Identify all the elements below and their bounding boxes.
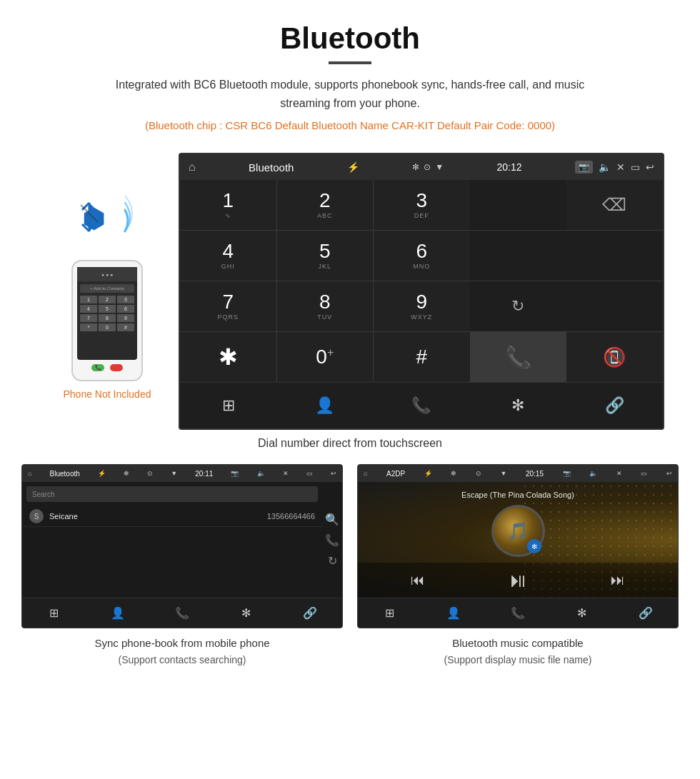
play-pause-btn[interactable]: ⏯ (508, 568, 528, 592)
next-track-btn[interactable]: ⏭ (611, 572, 625, 588)
pb-nav-phone[interactable]: 📞 (150, 598, 214, 628)
music-song-title: Escape (The Pina Colada Song) (461, 491, 574, 499)
bt-status-icon: ✻ (412, 162, 419, 172)
pb-title: Bluetooth (50, 470, 80, 478)
screen-icon[interactable]: ▭ (631, 161, 640, 173)
pb-content: Search S Seicane 13566664466 🔍 📞 ↻ (22, 482, 342, 598)
pb-cam-icon: 📷 (231, 470, 239, 477)
phone-key-5: 5 (99, 305, 116, 313)
back-icon[interactable]: ↩ (646, 161, 654, 173)
nav-link[interactable]: 🔗 (566, 383, 663, 428)
dialpad-side2-col: ⌫ 📵 (566, 180, 663, 382)
phone-key-3: 3 (117, 296, 134, 303)
pb-vol-icon: 🔈 (257, 470, 265, 477)
music-card: ⌂ A2DP ⚡ ✻ ⊙ ▼ 20:15 📷 🔈 ✕ ▭ ↩ Escape (T… (357, 464, 679, 668)
title-underline (329, 61, 371, 64)
phone-key-4: 4 (80, 305, 97, 313)
music-loc-icon: ⊙ (476, 470, 481, 477)
phone-key-9: 9 (117, 314, 134, 322)
bt-specs: (Bluetooth chip : CSR BC6 Default Blueto… (14, 119, 686, 131)
dial-key-star[interactable]: ✱ (180, 332, 276, 382)
prev-track-btn[interactable]: ⏮ (411, 572, 425, 588)
dial-key-5[interactable]: 5 JKL (277, 231, 374, 281)
music-screen-icon: ▭ (641, 470, 647, 477)
dialpad-main: 1 ∿ 2 ABC 3 DEF 4 GHI 5 JKL (180, 180, 470, 382)
dp-redial-cell[interactable]: ↻ (470, 281, 566, 331)
close-icon[interactable]: ✕ (616, 161, 625, 173)
camera-icon[interactable]: 📷 (575, 161, 593, 174)
music-nav-link[interactable]: 🔗 (614, 598, 678, 628)
dp-backspace-cell[interactable]: ⌫ (566, 180, 663, 230)
pb-bottom-nav: ⊞ 👤 📞 ✻ 🔗 (22, 598, 342, 628)
dial-key-3[interactable]: 3 DEF (374, 180, 470, 230)
volume-icon[interactable]: 🔈 (599, 161, 611, 173)
dial-key-0[interactable]: 0+ (277, 332, 374, 382)
phone-screen: ● ● ● + Add to Contacts 1 2 3 4 5 6 7 8 … (77, 267, 137, 360)
dial-key-4[interactable]: 4 GHI (180, 231, 276, 281)
pb-contact-row[interactable]: S Seicane 13566664466 (22, 506, 322, 527)
page-header: Bluetooth Integrated with BC6 Bluetooth … (0, 0, 700, 153)
dial-key-7[interactable]: 7 PQRS (180, 281, 276, 331)
music-bottom-nav: ⊞ 👤 📞 ✻ 🔗 (358, 598, 678, 628)
phone-key-star: * (80, 323, 97, 331)
dial-key-1[interactable]: 1 ∿ (180, 180, 276, 230)
dial-key-2[interactable]: 2 ABC (277, 180, 374, 230)
music-nav-person[interactable]: 👤 (422, 598, 486, 628)
phone-key-0: 0 (99, 323, 116, 331)
pb-search-icon[interactable]: 🔍 (325, 513, 339, 526)
pb-nav-link[interactable]: 🔗 (278, 598, 342, 628)
music-nav-phone[interactable]: 📞 (486, 598, 550, 628)
music-close-icon: ✕ (616, 470, 622, 477)
nav-bluetooth[interactable]: ✻ (470, 383, 566, 428)
car-unit-large: ⌂ Bluetooth ⚡ ✻ ⊙ ▼ 20:12 📷 🔈 ✕ ▭ ↩ (179, 153, 664, 430)
music-nav-dialpad[interactable]: ⊞ (358, 598, 422, 628)
pb-nav-person[interactable]: 👤 (86, 598, 151, 628)
nav-phone[interactable]: 📞 (373, 383, 469, 428)
pb-call-icon[interactable]: 📞 (325, 533, 339, 547)
end-call-icon: 📵 (603, 346, 626, 368)
cu-statusbar: ⌂ Bluetooth ⚡ ✻ ⊙ ▼ 20:12 📷 🔈 ✕ ▭ ↩ (180, 154, 663, 180)
music-statusbar: ⌂ A2DP ⚡ ✻ ⊙ ▼ 20:15 📷 🔈 ✕ ▭ ↩ (358, 465, 678, 482)
nav-contacts[interactable]: 👤 (276, 383, 373, 428)
pb-screen-icon: ▭ (306, 470, 313, 477)
pb-sig-icon: ▼ (171, 470, 177, 477)
music-note-icon: 🎵 (507, 521, 529, 541)
bottom-left-sub-text: (Support contacts searching) (119, 654, 246, 665)
pb-time: 20:11 (195, 470, 213, 478)
pb-nav-dialpad[interactable]: ⊞ (22, 598, 86, 628)
phonebook-unit: ⌂ Bluetooth ⚡ ✻ ⊙ ▼ 20:11 📷 🔈 ✕ ▭ ↩ Sear… (21, 464, 343, 628)
bottom-left-caption-text: Sync phone-book from mobile phone (94, 637, 269, 649)
music-controls: ⏮ ⏯ ⏭ (358, 563, 678, 598)
pb-search-bar[interactable]: Search (26, 486, 318, 502)
dp-empty-3 (566, 231, 663, 281)
phonebook-card: ⌂ Bluetooth ⚡ ✻ ⊙ ▼ 20:11 📷 🔈 ✕ ▭ ↩ Sear… (21, 464, 343, 668)
pb-loc-icon: ⊙ (147, 470, 153, 477)
wifi-waves-icon (104, 196, 139, 241)
phone-call-btn: 📞 (91, 364, 104, 371)
cu-time: 20:12 (497, 161, 522, 173)
music-nav-bt[interactable]: ✻ (550, 598, 614, 628)
home-icon[interactable]: ⌂ (189, 161, 196, 174)
dp-empty-4 (566, 281, 663, 331)
dial-key-8[interactable]: 8 TUV (277, 281, 374, 331)
cu-bottom-nav: ⊞ 👤 📞 ✻ 🔗 (180, 382, 663, 428)
dial-section: ⬢ ● ● (0, 153, 700, 430)
phone-status-bar: ● ● ● (77, 267, 137, 281)
phone-key-8: 8 (99, 314, 116, 322)
pb-nav-bt[interactable]: ✻ (214, 598, 279, 628)
contact-name: Seicane (49, 512, 267, 521)
phone-key-1: 1 (80, 296, 97, 303)
pb-refresh-icon[interactable]: ↻ (328, 554, 337, 568)
phone-key-2: 2 (99, 296, 116, 303)
dp-end-call-cell[interactable]: 📵 (566, 332, 663, 382)
phone-key-6: 6 (117, 305, 134, 313)
dp-call-cell[interactable]: 📞 (470, 332, 566, 382)
backspace-icon: ⌫ (602, 195, 626, 215)
phone-end-btn (110, 364, 123, 371)
nav-dialpad[interactable]: ⊞ (180, 383, 276, 428)
dial-key-6[interactable]: 6 MNO (374, 231, 470, 281)
dial-caption: Dial number direct from touchscreen (0, 437, 700, 450)
dial-key-hash[interactable]: # (374, 332, 470, 382)
dial-key-9[interactable]: 9 WXYZ (374, 281, 470, 331)
phone-key-7: 7 (80, 314, 97, 322)
